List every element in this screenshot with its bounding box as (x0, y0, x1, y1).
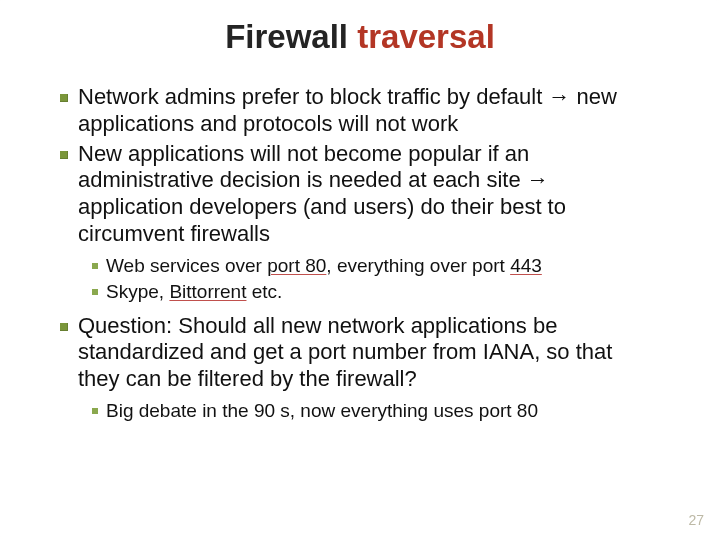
sub-list: Web services over port 80, everything ov… (78, 254, 658, 305)
bullet-list: Network admins prefer to block traffic b… (78, 84, 658, 423)
title-accent: traversal (357, 18, 495, 55)
list-item: Network admins prefer to block traffic b… (78, 84, 658, 138)
title-prefix: Firewall (225, 18, 357, 55)
sub-text-u2: 443 (510, 255, 542, 276)
sub-text-u1: port 80 (267, 255, 326, 276)
bullet-text: New applications will not become popular… (78, 141, 566, 246)
list-item: Question: Should all new network applica… (78, 313, 658, 424)
sub-text-mid: etc. (246, 281, 282, 302)
sub-text-pre: Skype, (106, 281, 169, 302)
sub-text-u1: Bittorrent (169, 281, 246, 302)
bullet-text: Network admins prefer to block traffic b… (78, 84, 617, 136)
sub-list-item: Big debate in the 90 s, now everything u… (106, 399, 658, 423)
sub-text-pre: Web services over (106, 255, 267, 276)
sub-list-item: Web services over port 80, everything ov… (106, 254, 658, 278)
sub-list-item: Skype, Bittorrent etc. (106, 280, 658, 304)
list-item: New applications will not become popular… (78, 141, 658, 305)
bullet-text: Question: Should all new network applica… (78, 313, 612, 392)
sub-text-mid: , everything over port (326, 255, 510, 276)
slide-title: Firewall traversal (0, 18, 720, 56)
page-number: 27 (688, 512, 704, 528)
sub-text-pre: Big debate in the 90 s, now everything u… (106, 400, 538, 421)
sub-list: Big debate in the 90 s, now everything u… (78, 399, 658, 423)
